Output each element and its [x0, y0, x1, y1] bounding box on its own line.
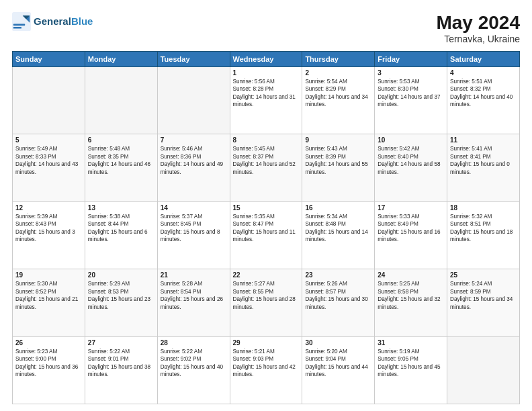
- day-info: Sunrise: 5:42 AMSunset: 8:40 PMDaylight:…: [378, 145, 444, 176]
- day-number: 22: [233, 271, 300, 279]
- header-sunday: Sunday: [13, 52, 85, 67]
- table-cell: 13Sunrise: 5:38 AMSunset: 8:44 PMDayligh…: [85, 201, 157, 269]
- logo-icon: [12, 12, 31, 31]
- location: Ternavka, Ukraine: [436, 34, 520, 44]
- day-number: 11: [450, 136, 517, 144]
- table-cell: 29Sunrise: 5:21 AMSunset: 9:03 PMDayligh…: [230, 336, 302, 404]
- logo-text: GeneralBlue: [34, 15, 93, 28]
- day-number: 3: [378, 69, 444, 77]
- table-cell: 22Sunrise: 5:27 AMSunset: 8:55 PMDayligh…: [230, 269, 302, 336]
- table-cell: 24Sunrise: 5:25 AMSunset: 8:58 PMDayligh…: [375, 269, 447, 336]
- calendar-row: 12Sunrise: 5:39 AMSunset: 8:43 PMDayligh…: [13, 201, 520, 269]
- header: GeneralBlue May 2024 Ternavka, Ukraine: [12, 12, 520, 44]
- table-cell: 4Sunrise: 5:51 AMSunset: 8:32 PMDaylight…: [447, 67, 520, 134]
- table-cell: 9Sunrise: 5:43 AMSunset: 8:39 PMDaylight…: [302, 134, 375, 201]
- table-cell: 15Sunrise: 5:35 AMSunset: 8:47 PMDayligh…: [230, 201, 302, 269]
- day-number: 23: [305, 271, 371, 279]
- day-number: 20: [88, 271, 154, 279]
- day-number: 25: [450, 271, 517, 279]
- table-cell: 27Sunrise: 5:22 AMSunset: 9:01 PMDayligh…: [85, 336, 157, 404]
- day-info: Sunrise: 5:23 AMSunset: 9:00 PMDaylight:…: [15, 348, 82, 379]
- calendar-table: Sunday Monday Tuesday Wednesday Thursday…: [12, 51, 520, 404]
- day-number: 19: [15, 271, 82, 279]
- weekday-header-row: Sunday Monday Tuesday Wednesday Thursday…: [13, 52, 520, 67]
- table-cell: 25Sunrise: 5:24 AMSunset: 8:59 PMDayligh…: [447, 269, 520, 336]
- day-number: 8: [233, 136, 300, 144]
- table-cell: 28Sunrise: 5:22 AMSunset: 9:02 PMDayligh…: [157, 336, 230, 404]
- table-cell: 31Sunrise: 5:19 AMSunset: 9:05 PMDayligh…: [375, 336, 447, 404]
- table-cell: 21Sunrise: 5:28 AMSunset: 8:54 PMDayligh…: [157, 269, 230, 336]
- table-cell: 16Sunrise: 5:34 AMSunset: 8:48 PMDayligh…: [302, 201, 375, 269]
- day-info: Sunrise: 5:24 AMSunset: 8:59 PMDaylight:…: [450, 280, 517, 311]
- day-number: 13: [88, 204, 154, 212]
- table-cell: 7Sunrise: 5:46 AMSunset: 8:36 PMDaylight…: [157, 134, 230, 201]
- day-info: Sunrise: 5:45 AMSunset: 8:37 PMDaylight:…: [233, 145, 300, 176]
- svg-rect-3: [13, 24, 26, 26]
- table-cell: 11Sunrise: 5:41 AMSunset: 8:41 PMDayligh…: [447, 134, 520, 201]
- day-info: Sunrise: 5:38 AMSunset: 8:44 PMDaylight:…: [88, 213, 154, 244]
- table-cell: 3Sunrise: 5:53 AMSunset: 8:30 PMDaylight…: [375, 67, 447, 134]
- day-number: 10: [378, 136, 444, 144]
- header-thursday: Thursday: [302, 52, 375, 67]
- table-cell: 1Sunrise: 5:56 AMSunset: 8:28 PMDaylight…: [230, 67, 302, 134]
- calendar-row: 5Sunrise: 5:49 AMSunset: 8:33 PMDaylight…: [13, 134, 520, 201]
- day-info: Sunrise: 5:22 AMSunset: 9:01 PMDaylight:…: [88, 348, 154, 379]
- day-info: Sunrise: 5:21 AMSunset: 9:03 PMDaylight:…: [233, 348, 300, 379]
- table-cell: [85, 67, 157, 134]
- table-cell: 19Sunrise: 5:30 AMSunset: 8:52 PMDayligh…: [13, 269, 85, 336]
- day-info: Sunrise: 5:22 AMSunset: 9:02 PMDaylight:…: [161, 348, 227, 379]
- day-info: Sunrise: 5:27 AMSunset: 8:55 PMDaylight:…: [233, 280, 300, 311]
- header-tuesday: Tuesday: [157, 52, 230, 67]
- header-wednesday: Wednesday: [230, 52, 302, 67]
- calendar-row: 19Sunrise: 5:30 AMSunset: 8:52 PMDayligh…: [13, 269, 520, 336]
- header-saturday: Saturday: [447, 52, 520, 67]
- day-number: 16: [305, 204, 371, 212]
- table-cell: 30Sunrise: 5:20 AMSunset: 9:04 PMDayligh…: [302, 336, 375, 404]
- day-number: 4: [450, 69, 517, 77]
- day-info: Sunrise: 5:43 AMSunset: 8:39 PMDaylight:…: [305, 145, 371, 176]
- table-cell: 17Sunrise: 5:33 AMSunset: 8:49 PMDayligh…: [375, 201, 447, 269]
- table-cell: 18Sunrise: 5:32 AMSunset: 8:51 PMDayligh…: [447, 201, 520, 269]
- day-number: 30: [305, 339, 371, 347]
- day-info: Sunrise: 5:53 AMSunset: 8:30 PMDaylight:…: [378, 78, 444, 109]
- table-cell: 2Sunrise: 5:54 AMSunset: 8:29 PMDaylight…: [302, 67, 375, 134]
- day-info: Sunrise: 5:33 AMSunset: 8:49 PMDaylight:…: [378, 213, 444, 244]
- day-number: 21: [161, 271, 227, 279]
- day-number: 15: [233, 204, 300, 212]
- day-info: Sunrise: 5:54 AMSunset: 8:29 PMDaylight:…: [305, 78, 371, 109]
- day-info: Sunrise: 5:29 AMSunset: 8:53 PMDaylight:…: [88, 280, 154, 311]
- table-cell: 8Sunrise: 5:45 AMSunset: 8:37 PMDaylight…: [230, 134, 302, 201]
- day-info: Sunrise: 5:46 AMSunset: 8:36 PMDaylight:…: [161, 145, 227, 176]
- day-info: Sunrise: 5:48 AMSunset: 8:35 PMDaylight:…: [88, 145, 154, 176]
- header-friday: Friday: [375, 52, 447, 67]
- day-info: Sunrise: 5:20 AMSunset: 9:04 PMDaylight:…: [305, 348, 371, 379]
- table-cell: 14Sunrise: 5:37 AMSunset: 8:45 PMDayligh…: [157, 201, 230, 269]
- day-number: 28: [161, 339, 227, 347]
- logo: GeneralBlue: [12, 12, 93, 31]
- table-cell: 5Sunrise: 5:49 AMSunset: 8:33 PMDaylight…: [13, 134, 85, 201]
- day-number: 5: [15, 136, 82, 144]
- title-block: May 2024 Ternavka, Ukraine: [436, 12, 520, 44]
- table-cell: 20Sunrise: 5:29 AMSunset: 8:53 PMDayligh…: [85, 269, 157, 336]
- table-cell: [447, 336, 520, 404]
- day-info: Sunrise: 5:56 AMSunset: 8:28 PMDaylight:…: [233, 78, 300, 109]
- day-info: Sunrise: 5:25 AMSunset: 8:58 PMDaylight:…: [378, 280, 444, 311]
- day-info: Sunrise: 5:37 AMSunset: 8:45 PMDaylight:…: [161, 213, 227, 244]
- day-number: 9: [305, 136, 371, 144]
- day-number: 2: [305, 69, 371, 77]
- day-number: 6: [88, 136, 154, 144]
- day-number: 27: [88, 339, 154, 347]
- day-number: 26: [15, 339, 82, 347]
- day-info: Sunrise: 5:41 AMSunset: 8:41 PMDaylight:…: [450, 145, 517, 176]
- day-info: Sunrise: 5:34 AMSunset: 8:48 PMDaylight:…: [305, 213, 371, 244]
- header-monday: Monday: [85, 52, 157, 67]
- table-cell: 10Sunrise: 5:42 AMSunset: 8:40 PMDayligh…: [375, 134, 447, 201]
- day-number: 31: [378, 339, 444, 347]
- day-number: 24: [378, 271, 444, 279]
- table-cell: 23Sunrise: 5:26 AMSunset: 8:57 PMDayligh…: [302, 269, 375, 336]
- day-number: 7: [161, 136, 227, 144]
- table-cell: 6Sunrise: 5:48 AMSunset: 8:35 PMDaylight…: [85, 134, 157, 201]
- day-info: Sunrise: 5:35 AMSunset: 8:47 PMDaylight:…: [233, 213, 300, 244]
- day-info: Sunrise: 5:19 AMSunset: 9:05 PMDaylight:…: [378, 348, 444, 379]
- calendar-row: 26Sunrise: 5:23 AMSunset: 9:00 PMDayligh…: [13, 336, 520, 404]
